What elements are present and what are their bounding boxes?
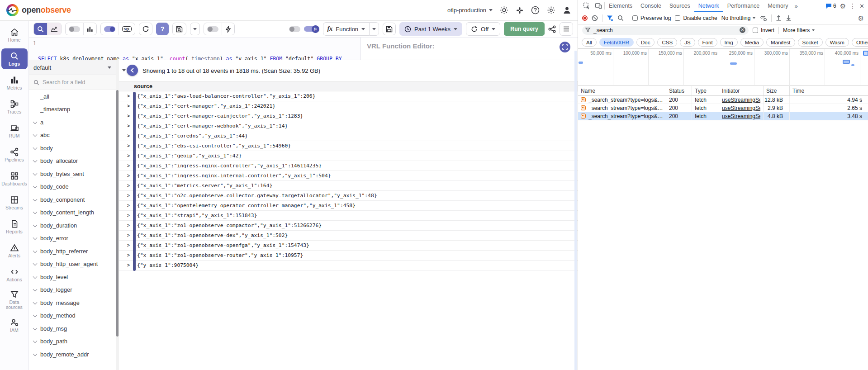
reset-query-button[interactable] xyxy=(139,23,152,35)
sidebar-item-logs[interactable]: Logs xyxy=(1,48,28,69)
resource-filter-chip[interactable]: CSS xyxy=(657,38,677,47)
field-item[interactable]: body_message xyxy=(29,296,116,309)
expand-row-chevron-icon[interactable] xyxy=(127,233,132,238)
more-filters-dropdown[interactable]: More filters xyxy=(783,27,815,33)
expand-row-chevron-icon[interactable] xyxy=(127,143,132,148)
devtools-tab[interactable]: Memory xyxy=(764,0,792,12)
devtools-settings-icon[interactable]: ⚙ xyxy=(840,3,846,9)
auto-refresh-select[interactable]: Off xyxy=(466,22,500,36)
log-row[interactable]: {"x_axis_1":"metrics-server","y_axis_1":… xyxy=(119,181,578,191)
log-row[interactable]: {"x_axis_1":"zo1-openobserve-router","y_… xyxy=(119,251,578,261)
log-row[interactable]: {"x_axis_1":"aws-load-balancer-controlle… xyxy=(119,91,578,101)
sidebar-item-dashboards[interactable]: Dashboards xyxy=(1,168,28,189)
log-row[interactable]: {"x_axis_1":"strapi","y_axis_1":151843} xyxy=(119,211,578,221)
request-name-cell[interactable]: _search_stream?type=logs&search_ty... xyxy=(578,96,666,104)
histogram-toggle[interactable] xyxy=(66,23,83,35)
sidebar-item-metrics[interactable]: Metrics xyxy=(1,72,28,93)
toggle-on[interactable] xyxy=(104,26,115,32)
initiator-link[interactable]: useStreamingSearch.D xyxy=(722,113,760,119)
field-item[interactable]: body_code xyxy=(29,180,116,194)
user-profile-icon[interactable] xyxy=(563,6,571,14)
resource-filter-chip[interactable]: Font xyxy=(698,38,717,47)
time-range-picker[interactable]: Past 1 Weeks xyxy=(399,22,462,36)
expand-row-chevron-icon[interactable] xyxy=(127,114,132,119)
resource-filter-chip[interactable]: Wasm xyxy=(825,38,849,47)
column-header-name[interactable]: Name xyxy=(578,86,666,95)
initiator-link[interactable]: useStreamingSearch.D xyxy=(722,105,760,111)
field-item[interactable]: body_bytes_sent xyxy=(29,167,116,180)
request-initiator-cell[interactable]: useStreamingSearch.D xyxy=(719,112,764,120)
column-header-status[interactable]: Status xyxy=(666,86,692,95)
disable-cache-checkbox[interactable]: Disable cache xyxy=(675,15,717,21)
source-column-header[interactable]: source xyxy=(119,81,578,91)
network-overview-timeline[interactable]: 50,000 ms100,000 ms150,000 ms200,000 ms2… xyxy=(578,49,868,86)
export-har-button[interactable] xyxy=(786,15,792,21)
network-request-row[interactable]: _search_stream?type=logs&search_ty... 20… xyxy=(578,112,868,120)
chevron-down-icon[interactable] xyxy=(33,146,37,150)
log-row[interactable]: {"x_axis_1":"cert-manager","y_axis_1":24… xyxy=(119,101,578,111)
checkbox-unchecked[interactable] xyxy=(753,28,758,33)
toggle-off[interactable] xyxy=(69,26,80,32)
column-header-size[interactable]: Size xyxy=(764,86,790,95)
save-search-button[interactable] xyxy=(173,23,186,35)
request-name-cell[interactable]: _search_stream?type=logs&search_ty... xyxy=(578,104,666,112)
query-help-button[interactable]: ? xyxy=(156,23,169,35)
sidebar-item-traces[interactable]: Traces xyxy=(1,96,28,117)
chevron-down-icon[interactable] xyxy=(33,223,37,228)
expand-row-chevron-icon[interactable] xyxy=(127,253,132,258)
stream-toggle[interactable] xyxy=(289,26,300,32)
expand-row-chevron-icon[interactable] xyxy=(127,203,132,208)
log-row[interactable]: {"x_axis_1":"cert-manager-webhook","y_ax… xyxy=(119,121,578,131)
field-item[interactable]: body_error xyxy=(29,232,116,245)
request-name-cell[interactable]: _search_stream?type=logs&search_ty... xyxy=(578,112,666,120)
function-select[interactable]: fx Function xyxy=(323,22,370,36)
vrl-expand-button[interactable] xyxy=(560,42,570,52)
chevron-down-icon[interactable] xyxy=(33,275,37,279)
log-row[interactable]: {"x_axis_1":"zo1-openobserve-dex","y_axi… xyxy=(119,231,578,241)
checkbox-unchecked[interactable] xyxy=(675,15,680,21)
invert-filter-checkbox[interactable]: Invert xyxy=(753,27,774,33)
clear-filter-icon[interactable]: ✕ xyxy=(740,27,745,33)
slack-icon[interactable] xyxy=(516,6,524,14)
devtools-tab[interactable]: Performance xyxy=(723,0,764,12)
expand-row-chevron-icon[interactable] xyxy=(127,263,132,268)
chevron-down-icon[interactable] xyxy=(33,339,37,343)
field-item[interactable]: body_remote_addr xyxy=(29,348,116,361)
network-request-row[interactable]: _search_stream?type=logs&search_ty... 20… xyxy=(578,96,868,104)
chevron-down-icon[interactable] xyxy=(33,313,37,318)
sidebar-item-pipelines[interactable]: Pipelines xyxy=(1,144,28,165)
field-search-input[interactable]: Search for a field xyxy=(29,75,116,90)
expand-row-chevron-icon[interactable] xyxy=(127,193,132,198)
field-item[interactable]: body_msg xyxy=(29,322,116,335)
resource-filter-chip[interactable]: Img xyxy=(720,38,738,47)
chevron-down-icon[interactable] xyxy=(33,120,37,124)
column-header-type[interactable]: Type xyxy=(692,86,719,95)
vrl-function-editor[interactable]: VRL Function Editor: xyxy=(360,37,578,60)
sql-mode-toggle[interactable] xyxy=(101,23,119,35)
initiator-link[interactable]: useStreamingSearch.D xyxy=(722,97,760,103)
chevron-down-icon[interactable] xyxy=(33,185,37,189)
sidebar-item-iam[interactable]: IAM xyxy=(1,315,28,336)
chevron-down-icon[interactable] xyxy=(33,133,37,137)
field-item[interactable]: body_duration xyxy=(29,219,116,232)
expand-row-chevron-icon[interactable] xyxy=(127,153,132,158)
log-row[interactable]: {"x_axis_1":"ebs-csi-controller","y_axis… xyxy=(119,141,578,151)
field-item[interactable]: body_allocator xyxy=(29,155,116,168)
import-har-button[interactable] xyxy=(776,15,782,21)
saved-searches-dropdown[interactable] xyxy=(190,23,200,35)
sidebar-item-home[interactable]: Home xyxy=(1,24,28,45)
organization-selector[interactable]: otlp-production xyxy=(447,7,493,14)
settings-gear-icon[interactable] xyxy=(547,6,555,14)
filter-text-input[interactable]: _search ✕ xyxy=(582,26,749,35)
fields-scrollbar[interactable] xyxy=(116,60,119,370)
chevron-down-icon[interactable] xyxy=(33,172,37,176)
column-header-initiator[interactable]: Initiator xyxy=(719,86,764,95)
resource-filter-chip[interactable]: Media xyxy=(740,38,764,47)
chevron-down-icon[interactable] xyxy=(33,288,37,292)
chevron-down-icon[interactable] xyxy=(33,352,37,356)
log-row[interactable]: {"x_axis_1":"cert-manager-cainjector","y… xyxy=(119,111,578,121)
log-row[interactable]: {"x_axis_1":"ingress-nginx-controller","… xyxy=(119,161,578,171)
expand-row-chevron-icon[interactable] xyxy=(127,213,132,218)
field-item[interactable]: body xyxy=(29,142,116,155)
device-toolbar-icon[interactable] xyxy=(593,2,604,9)
